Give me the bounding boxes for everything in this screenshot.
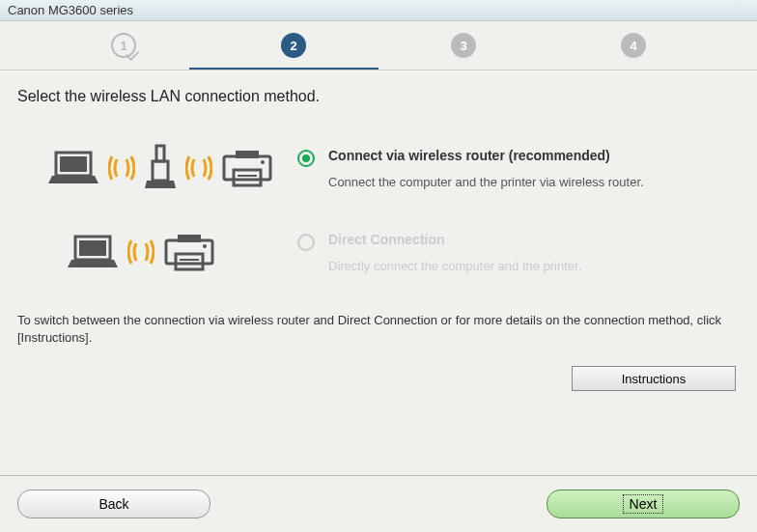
svg-rect-5 (236, 151, 259, 158)
step-1-completed: 1 (39, 33, 209, 58)
svg-rect-1 (60, 156, 87, 172)
svg-rect-13 (178, 235, 201, 242)
router-icon (143, 144, 178, 192)
window-titlebar: Canon MG3600 series (0, 0, 757, 21)
svg-rect-11 (79, 240, 106, 256)
svg-rect-6 (234, 170, 261, 185)
instructions-button[interactable]: Instructions (572, 366, 736, 391)
wifi-waves-icon (127, 238, 154, 266)
svg-rect-14 (176, 254, 203, 269)
option-desc: Connect the computer and the printer via… (328, 175, 740, 189)
svg-rect-2 (156, 146, 164, 161)
svg-point-17 (203, 244, 207, 248)
option-wireless-router[interactable]: Connect via wireless router (recommended… (17, 144, 740, 192)
back-button[interactable]: Back (17, 490, 210, 518)
help-text: To switch between the connection via wir… (17, 312, 740, 366)
printer-icon (162, 231, 216, 273)
laptop-icon (46, 147, 100, 189)
svg-point-9 (261, 160, 265, 164)
wifi-waves-icon (185, 154, 212, 182)
step-3-pending: 3 (378, 33, 548, 58)
printer-icon (220, 147, 274, 189)
progress-steps: 1 2 3 4 (0, 21, 757, 58)
step-4-pending: 4 (548, 33, 718, 58)
step-2-current: 2 (209, 33, 378, 58)
radio-wireless-router[interactable] (297, 150, 315, 167)
graphic-direct-connection (46, 231, 297, 273)
option-title: Connect via wireless router (recommended… (328, 148, 740, 163)
wifi-waves-icon (108, 154, 135, 182)
page-heading: Select the wireless LAN connection metho… (17, 88, 740, 105)
option-direct-connection: Direct Connection Directly connect the c… (17, 231, 740, 273)
option-desc: Directly connect the computer and the pr… (328, 259, 740, 273)
radio-direct-connection (297, 234, 315, 251)
next-button[interactable]: Next (547, 490, 740, 518)
laptop-icon (66, 231, 120, 273)
footer-nav: Back Next (0, 475, 757, 532)
option-title: Direct Connection (328, 232, 740, 247)
graphic-router-connection (46, 144, 297, 192)
svg-rect-3 (153, 161, 168, 181)
